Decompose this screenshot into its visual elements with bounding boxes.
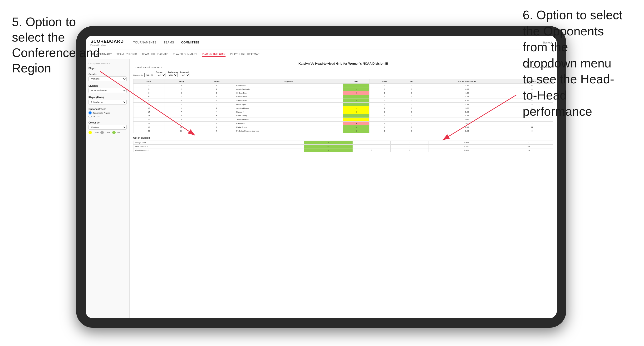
cell-conf: 2 (198, 122, 235, 125)
cell-reg: 1 (164, 95, 198, 99)
nav-tournaments[interactable]: TOURNAMENTS (133, 40, 156, 45)
cell-opponent: Heejo Hyun (235, 103, 343, 106)
cell-tie: 0 (400, 84, 423, 87)
opponent-view-options: Opponents Played Top 100 (88, 111, 126, 118)
colour-select[interactable]: Win/loss (88, 125, 126, 130)
ood-table-row: Foreign Team 1 0 0 4.500 2 (134, 141, 553, 145)
opponent-view-label: Opponent view (88, 108, 126, 110)
th-tie: Tie (400, 79, 423, 84)
table-row: 20 11 7 Federica Domecq Lacroze 2 1 0 1.… (134, 129, 553, 133)
cell-div: 19 (134, 125, 164, 129)
sub-nav-player-summary[interactable]: PLAYER SUMMARY (173, 52, 197, 56)
sub-nav-player-h2h-grid[interactable]: PLAYER H2H GRID (202, 51, 226, 57)
cell-diff: 3.33 (423, 103, 511, 106)
th-div: # Div (134, 79, 164, 84)
ood-cell-win: 15 (304, 145, 353, 149)
cell-rounds: 11 (511, 125, 553, 129)
ood-cell-diff: 7.400 (428, 149, 504, 152)
cell-conf: 3 (198, 99, 235, 103)
opponents-played-label: Opponents Played (92, 112, 110, 114)
region-filter-select[interactable]: (All) (156, 73, 166, 77)
cell-win: 1 (343, 95, 370, 99)
cell-opponent: Andrea York (235, 99, 343, 103)
sidebar: Last Updated: 27/03/2024 Player Gender W… (86, 59, 130, 318)
nav-teams[interactable]: TEAMS (164, 40, 174, 45)
top-100-label: Top 100 (92, 115, 100, 118)
cell-win: 2 (343, 129, 370, 133)
cell-opponent: Euna Lee (235, 122, 343, 125)
cell-div: 3 (134, 84, 164, 87)
table-row: 18 2 2 Euna Lee 0 2 0 -5.00 2 (134, 122, 553, 125)
cell-div: 18 (134, 122, 164, 125)
cell-conf: 2 (198, 87, 235, 91)
cell-win: 1 (343, 118, 370, 122)
sub-nav-team-h2h-heatmap[interactable]: TEAM H2H HEATMAP (142, 52, 168, 56)
cell-win: 4 (343, 125, 370, 129)
cell-win: 1 (343, 87, 370, 91)
ood-cell-win: 1 (304, 141, 353, 145)
main-content: Last Updated: 27/03/2024 Player Gender W… (86, 59, 557, 318)
radio-opponents-played-input[interactable] (88, 111, 92, 115)
cell-tie: 0 (400, 125, 423, 129)
sub-nav-team-h2h-grid[interactable]: TEAM H2H GRID (116, 52, 137, 56)
cell-diff: -5.00 (423, 122, 511, 125)
division-select[interactable]: NCAA Division III (88, 88, 126, 93)
radio-top-100: Top 100 (88, 115, 126, 118)
table-row: 5 2 2 Alexis Sudjianto 1 0 0 4.00 3 (134, 87, 553, 91)
content-panel: Katelyn Vo Head-to-Head Grid for Women's… (130, 59, 557, 318)
ood-cell-loss: 0 (352, 141, 390, 145)
ood-cell-tie: 0 (390, 145, 428, 149)
nav-committee[interactable]: COMMITTEE (181, 40, 200, 45)
out-of-division-title: Out of division (133, 137, 553, 139)
ood-cell-tie: 0 (390, 149, 428, 152)
cell-loss: 1 (369, 91, 400, 95)
cell-diff: 4.00 (423, 87, 511, 91)
cell-reg: 10 (164, 125, 198, 129)
opponent-filter-select[interactable]: (All) (180, 73, 190, 77)
table-row: 11 2 5 Heejo Hyun 1 0 0 3.33 3 (134, 103, 553, 106)
cell-diff: -0.94 (423, 118, 511, 122)
cell-diff: -1.00 (423, 91, 511, 95)
cell-loss: 1 (369, 129, 400, 133)
table-row: 3 3 1 Esther Lee 1 0 0 1.50 4 (134, 84, 553, 87)
cell-tie: 0 (400, 95, 423, 99)
cell-diff: 4.00 (423, 99, 511, 103)
player-rank-select[interactable]: 8. Katelyn Vo (88, 100, 126, 105)
cell-div: 6 (134, 91, 164, 95)
table-row: 6 3 3 Sydney Kuo 0 1 0 -1.00 3 (134, 91, 553, 95)
sidebar-player-rank-section: Player (Rank) 8. Katelyn Vo (88, 96, 126, 105)
ood-table-row: NAIA Division 1 15 0 0 9.267 30 (134, 145, 553, 149)
cell-reg: 3 (164, 91, 198, 95)
overall-record: Overall Record: 353 - 34 - 6 (136, 66, 162, 69)
table-row: 13 1 1 Jessica Huang 1 1 0 -3.00 2 (134, 106, 553, 110)
cell-reg: 7 (164, 110, 198, 114)
opponents-filter-select[interactable]: (All) (144, 73, 154, 77)
cell-win: 1 (343, 106, 370, 110)
cell-reg: 11 (164, 129, 198, 133)
conference-filter-select[interactable]: (All) (168, 73, 178, 77)
gender-select[interactable]: Women's (88, 76, 126, 81)
nav-links: TOURNAMENTS TEAMS COMMITTEE (133, 40, 542, 45)
cell-div: 15 (134, 114, 164, 118)
player-rank-label: Player (Rank) (88, 96, 126, 99)
division-label: Division (88, 85, 126, 87)
cell-tie: 0 (400, 118, 423, 122)
colour-down (88, 131, 92, 134)
records-row: Overall Record: 353 - 34 - 6 Division Re… (133, 66, 553, 69)
ood-table-body: Foreign Team 1 0 0 4.500 2 NAIA Division… (134, 141, 553, 152)
tablet-screen: SCOREBOARD Powered by clippd TOURNAMENTS… (86, 36, 557, 318)
conference-filter: Conference (All) (168, 71, 178, 77)
cell-opponent: Stella Cheng (235, 114, 343, 118)
cell-tie: 0 (400, 114, 423, 118)
ood-cell-diff: 4.500 (428, 141, 504, 145)
sidebar-colour-section: Colour by Win/loss Down Level Up (88, 121, 126, 134)
cell-conf: 1 (198, 84, 235, 87)
sub-nav: TEAM SUMMARY TEAM H2H GRID TEAM H2H HEAT… (86, 49, 557, 59)
cell-opponent: Sharon Mun (235, 95, 343, 99)
cell-reg: 3 (164, 84, 198, 87)
sub-nav-player-h2h-heatmap[interactable]: PLAYER H2H HEATMAP (230, 52, 260, 56)
th-win: Win (343, 79, 370, 84)
ood-cell-rounds: 10 (504, 149, 553, 152)
radio-top100-input[interactable] (88, 115, 92, 118)
cell-win: 1 (343, 84, 370, 87)
